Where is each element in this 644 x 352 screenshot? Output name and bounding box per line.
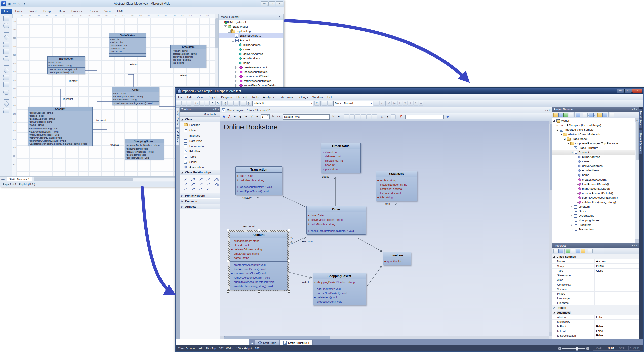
toolbox-section-class-relationships[interactable]: ◢Class Relationships bbox=[180, 170, 220, 175]
class-attribute[interactable]: +orderNumber : string bbox=[112, 98, 159, 101]
tree-item-markaccountclosed[interactable]: markAccountClosed() bbox=[552, 186, 635, 191]
property-row-type[interactable]: TypeClass bbox=[552, 269, 639, 273]
step-in-icon[interactable]: ↧ bbox=[408, 101, 413, 106]
print-icon[interactable] bbox=[233, 101, 238, 106]
class-attribute[interactable]: -packed: int bbox=[321, 167, 360, 171]
class-operation[interactable]: +addLineItem() : void bbox=[125, 147, 164, 150]
selection-handle[interactable] bbox=[258, 290, 260, 293]
ea-title-bar[interactable]: Imported Visio Sample - Enterprise Archi… bbox=[176, 88, 643, 94]
diagram-filter-input[interactable] bbox=[405, 115, 444, 119]
expand-icon[interactable]: ▷ bbox=[571, 224, 573, 226]
expand-toggle-icon[interactable]: − bbox=[232, 39, 234, 42]
search-icon[interactable]: ◎ bbox=[223, 101, 228, 106]
tree-item-static-model[interactable]: −Static Model bbox=[219, 24, 283, 29]
expand-icon[interactable]: ▷ bbox=[181, 206, 184, 208]
pencil-icon[interactable]: ✎ bbox=[290, 236, 293, 240]
categorized-icon[interactable] bbox=[553, 249, 558, 253]
caret-icon[interactable]: ▾ bbox=[336, 114, 341, 119]
collapse-icon[interactable]: ◢ bbox=[181, 171, 184, 174]
class-operation[interactable]: +deleteItem() : void bbox=[125, 153, 164, 156]
property-row-scope[interactable]: ScopePublic bbox=[552, 264, 639, 268]
class-attribute[interactable]: +date : Date bbox=[112, 92, 159, 95]
class-attribute[interactable]: -dispatched : int bbox=[109, 44, 146, 47]
collapse-icon[interactable]: ◢ bbox=[571, 151, 573, 154]
toolbox-item-interface[interactable]: Interface bbox=[180, 133, 220, 138]
glasses-icon[interactable] bbox=[588, 249, 593, 253]
signal-shape-icon[interactable] bbox=[3, 90, 9, 95]
properties-header[interactable]: Properties ▾ ⊼ ✕ bbox=[552, 243, 639, 248]
class-operation[interactable]: +submitNewAccountDetails(): void bbox=[230, 280, 287, 284]
class-attribute[interactable]: +deliveryAddress : string bbox=[28, 117, 92, 120]
element-style-combobox[interactable]: Default Style bbox=[283, 114, 330, 120]
class-attribute[interactable]: +Author: string bbox=[376, 178, 417, 183]
relationship-tool-icon[interactable] bbox=[191, 182, 196, 186]
class-attribute[interactable]: +date: Date bbox=[307, 213, 366, 218]
caret-icon[interactable]: ▾ bbox=[232, 114, 237, 119]
relationship-tool-icon[interactable] bbox=[206, 187, 211, 191]
property-value[interactable] bbox=[594, 301, 639, 305]
class-operation[interactable]: +loadOpenOrders() : void bbox=[48, 71, 85, 74]
composition-shape-icon[interactable] bbox=[4, 68, 9, 74]
paste-icon[interactable] bbox=[205, 101, 210, 106]
class-operation[interactable]: +loadOpenOrders(): void bbox=[236, 189, 282, 193]
text-bg-icon[interactable]: A bbox=[227, 114, 232, 119]
tree-item-billingaddress[interactable]: billingAddress bbox=[552, 155, 635, 159]
connector-shape-icon[interactable] bbox=[4, 32, 9, 33]
project-browser-header[interactable]: Project Browser ▾ ⊼ ✕ bbox=[552, 107, 639, 112]
document-icon[interactable] bbox=[228, 101, 233, 106]
page-tab-static-structure-1[interactable]: Static Structure-1 bbox=[7, 177, 32, 181]
uml-association[interactable] bbox=[92, 103, 112, 117]
tree-item-retrieveaccountdetails[interactable]: +retrieveAccountDetails bbox=[219, 79, 283, 83]
brush-icon[interactable]: ✎ bbox=[271, 114, 276, 119]
toolbox-item-table[interactable]: Table bbox=[180, 154, 220, 159]
ribbon-tab-file[interactable]: File bbox=[1, 9, 12, 14]
toolbox-item-package[interactable]: Package bbox=[180, 122, 220, 127]
menu-settings[interactable]: Settings bbox=[295, 96, 310, 99]
class-operation[interactable]: +processOrder() : void bbox=[125, 156, 164, 159]
tree-item-validateuser-string-string[interactable]: validateUser(string, string) bbox=[552, 200, 635, 204]
run-icon[interactable]: ▶ bbox=[392, 101, 397, 106]
tree-item-uml-system-1[interactable]: UML System 1 bbox=[219, 20, 283, 24]
class-operation[interactable]: +loadAccountDetails(): void bbox=[230, 267, 287, 271]
tree-item-static-structure-1[interactable]: Static Structure-1 bbox=[219, 33, 283, 38]
caption-bar-icons[interactable]: « ▾ ✕ bbox=[545, 109, 551, 111]
send-back-icon[interactable] bbox=[372, 114, 377, 119]
ribbon-tab-process[interactable]: Process bbox=[68, 9, 85, 14]
property-value[interactable]: False bbox=[594, 315, 639, 319]
package-shape-icon[interactable] bbox=[4, 35, 9, 40]
selection-handle[interactable] bbox=[258, 229, 260, 231]
property-row-is-specification[interactable]: Is SpecificationFalse bbox=[552, 333, 639, 338]
filter-icon[interactable] bbox=[446, 116, 450, 118]
uml-association[interactable] bbox=[92, 130, 125, 150]
tree-item-imported-visio-sample[interactable]: ◢Imported Visio Sample bbox=[552, 127, 635, 132]
tree-item-submitnewaccountdetails[interactable]: submitNewAccountDetails() bbox=[552, 195, 635, 200]
fill-color-icon[interactable]: ◆ bbox=[238, 114, 243, 119]
tree-item-static-structure-1[interactable]: Static Structure-1 bbox=[552, 146, 635, 150]
ribbon-tab-review[interactable]: Review bbox=[85, 9, 101, 14]
uml-class-account[interactable]: Account+billingAddress : string+closed :… bbox=[28, 107, 93, 146]
add-element-icon[interactable] bbox=[569, 113, 573, 117]
class-operation[interactable]: +loadAccountHistory() : void bbox=[48, 68, 85, 71]
add-package-icon[interactable] bbox=[558, 113, 563, 117]
tree-item-createnewaccount[interactable]: createNewAccount() bbox=[552, 177, 635, 182]
arrow-up-icon[interactable]: ↑ bbox=[290, 232, 292, 235]
tree-item-emailaddress[interactable]: emailAddress bbox=[219, 56, 283, 61]
class-attribute[interactable]: +costPrice : decimal bbox=[171, 55, 206, 58]
expand-toggle-icon[interactable]: − bbox=[228, 30, 231, 33]
tree-item-shoppingbasket[interactable]: ▷ShoppingBasket bbox=[552, 218, 635, 223]
font-color-icon[interactable]: A bbox=[221, 114, 226, 119]
property-row-name[interactable]: NameAccount bbox=[552, 259, 639, 264]
uml-class-orderstatus[interactable]: OrderStatus-closed: int-delivered: int-d… bbox=[321, 143, 361, 173]
caret-icon[interactable]: ▾ bbox=[588, 114, 589, 116]
class-attribute[interactable]: -new: int bbox=[321, 163, 360, 167]
side-tab-element-browser[interactable]: Element Browser bbox=[639, 130, 642, 154]
tree-item-billingaddress[interactable]: billingAddress bbox=[219, 42, 283, 47]
tab-scroll-left-icon[interactable]: ◀ bbox=[249, 342, 255, 345]
expand-icon[interactable]: ▷ bbox=[181, 200, 184, 202]
property-row-is-leaf[interactable]: Is LeafFalse bbox=[552, 329, 639, 333]
ribbon-tab-home[interactable]: Home bbox=[12, 9, 26, 14]
pen-icon[interactable]: ✎ bbox=[331, 114, 336, 119]
zoom-out-icon[interactable]: − bbox=[558, 347, 561, 350]
cut-icon[interactable]: ✂ bbox=[194, 101, 199, 106]
note-shape-icon[interactable] bbox=[3, 42, 9, 47]
